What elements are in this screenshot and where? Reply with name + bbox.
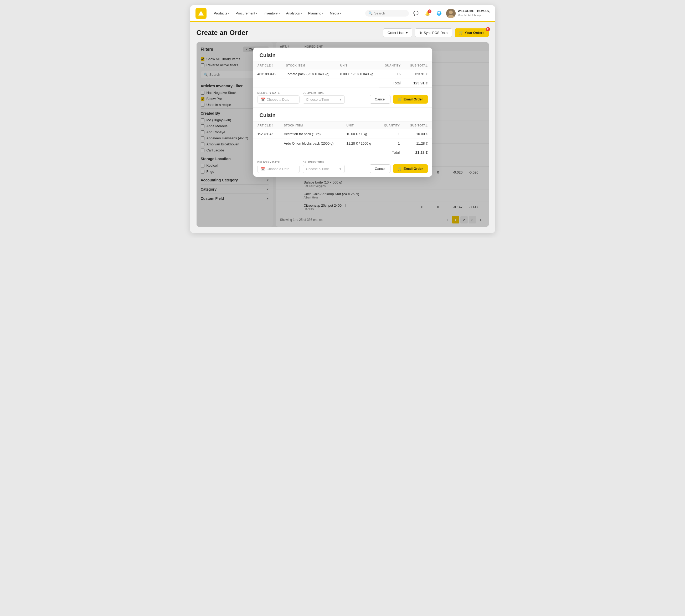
order-2-table: ARTICLE # STOCK ITEM UNIT QUANTITY SUB T…	[253, 122, 432, 157]
delivery-time-label-2: DELIVERY TIME	[303, 161, 345, 164]
delivery-time-input-2[interactable]: Choose a Time ▾	[303, 165, 345, 173]
avatar	[446, 9, 456, 18]
calendar-icon: 📅	[261, 167, 265, 171]
notification-badge: 1	[428, 9, 431, 13]
col-stock-item: STOCK ITEM	[282, 62, 336, 69]
user-menu[interactable]: WELCOME THOMAS, Your Hotel Library	[446, 9, 489, 18]
order-card-1: Cuisin ARTICLE # STOCK ITEM UNIT QUANTIT…	[253, 48, 432, 107]
modal-overlay: Cuisin ARTICLE # STOCK ITEM UNIT QUANTIT…	[197, 42, 489, 227]
nav-analytics[interactable]: Analytics ▾	[283, 10, 304, 17]
badge-orders: 2	[486, 27, 490, 31]
col-unit: UNIT	[342, 122, 378, 129]
cancel-order-2-button[interactable]: Cancel	[370, 164, 390, 173]
search-input[interactable]	[374, 11, 406, 15]
order-2-total: Total 21.28 €	[253, 148, 432, 157]
delivery-time-input-1[interactable]: Choose a Time ▾	[303, 95, 345, 104]
delivery-time-label-1: DELIVERY TIME	[303, 91, 345, 94]
cart-icon: 🛒	[398, 167, 402, 171]
order-row: 19A73B4Z Accretion fat pack (1 kg) 10.00…	[253, 129, 432, 139]
order-1-table: ARTICLE # STOCK ITEM UNIT QUANTITY SUB T…	[253, 62, 432, 88]
order-card-2: Cuisin ARTICLE # STOCK ITEM UNIT QUANTIT…	[253, 108, 432, 177]
order-row: Ardo Onion blocks pack (2500 g) 11.28 € …	[253, 139, 432, 148]
sync-pos-button[interactable]: ↻ Sync POS Data	[415, 28, 452, 37]
topbar-search[interactable]: 🔍	[365, 10, 409, 17]
orders-modal: Cuisin ARTICLE # STOCK ITEM UNIT QUANTIT…	[253, 48, 432, 177]
sync-icon: ↻	[419, 31, 422, 35]
cancel-order-1-button[interactable]: Cancel	[370, 95, 390, 104]
order-lists-button[interactable]: Order Lists ▾	[383, 28, 412, 37]
svg-point-1	[449, 10, 453, 14]
order-2-title: Cuisin	[259, 112, 426, 118]
delivery-date-label-2: DELIVERY DATE	[257, 161, 300, 164]
your-orders-button[interactable]: 2 🛒 Your Orders	[455, 28, 489, 37]
order-1-title: Cuisin	[259, 52, 426, 58]
col-sub-total: SUB TOTAL	[405, 62, 432, 69]
col-article: ARTICLE #	[253, 62, 282, 69]
order-1-total: Total 123.91 €	[253, 79, 432, 88]
chevron-down-icon: ▾	[340, 97, 341, 102]
cart-icon: 🛒	[398, 97, 402, 101]
delivery-date-label-1: DELIVERY DATE	[257, 91, 300, 94]
main-nav: Products ▾ Procurement ▾ Inventory ▾ Ana…	[211, 10, 365, 17]
col-unit: UNIT	[336, 62, 380, 69]
chevron-down-icon: ▾	[278, 12, 280, 15]
nav-inventory[interactable]: Inventory ▾	[261, 10, 282, 17]
email-order-1-button[interactable]: 🛒 Email Order	[393, 95, 428, 104]
cart-icon: 🛒	[459, 31, 463, 35]
delivery-date-input-2[interactable]: 📅 Choose a Date	[257, 165, 300, 173]
email-order-2-button[interactable]: 🛒 Email Order	[393, 164, 428, 173]
chevron-down-icon: ▾	[228, 12, 229, 15]
app-logo[interactable]	[196, 8, 207, 19]
order-1-delivery: DELIVERY DATE 📅 Choose a Date DELIVERY T…	[253, 88, 432, 107]
globe-button[interactable]: 🌐	[435, 9, 443, 18]
col-quantity: QUANTITY	[380, 62, 405, 69]
col-stock-item: STOCK ITEM	[279, 122, 342, 129]
chevron-down-icon: ▾	[322, 12, 323, 15]
user-welcome: WELCOME THOMAS,	[458, 9, 489, 14]
notification-button[interactable]: 🔔 1	[423, 9, 432, 18]
chat-button[interactable]: 💬	[411, 9, 420, 18]
nav-procurement[interactable]: Procurement ▾	[233, 10, 260, 17]
chevron-down-icon: ▾	[340, 12, 341, 15]
col-sub-total: SUB TOTAL	[404, 122, 432, 129]
chevron-down-icon: ▾	[256, 12, 257, 15]
nav-planning[interactable]: Planning ▾	[305, 10, 326, 17]
page-title: Create an Order	[197, 29, 248, 37]
user-hotel: Your Hotel Library	[458, 14, 489, 17]
order-2-delivery: DELIVERY DATE 📅 Choose a Date DELIVERY T…	[253, 157, 432, 177]
delivery-date-input-1[interactable]: 📅 Choose a Date	[257, 95, 300, 104]
nav-media[interactable]: Media ▾	[327, 10, 344, 17]
col-quantity: QUANTITY	[378, 122, 404, 129]
order-row: 4631898412 Tomato pack (25 × 0.040 kg) 8…	[253, 69, 432, 79]
chevron-down-icon: ▾	[340, 167, 341, 171]
nav-products[interactable]: Products ▾	[211, 10, 232, 17]
search-icon: 🔍	[368, 11, 372, 15]
col-article: ARTICLE #	[253, 122, 280, 129]
calendar-icon: 📅	[261, 97, 265, 102]
chevron-down-icon: ▾	[301, 12, 302, 15]
chevron-down-icon: ▾	[406, 31, 408, 35]
